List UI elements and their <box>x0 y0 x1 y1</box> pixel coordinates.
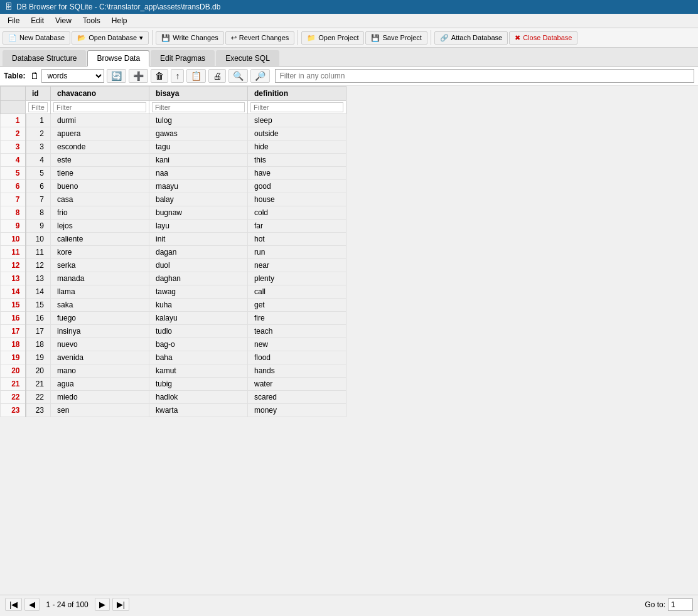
menu-view[interactable]: View <box>50 15 77 26</box>
cell-bisaya: kwarta <box>149 404 248 417</box>
dropdown-arrow: ▾ <box>139 34 143 42</box>
table-row[interactable]: 14 14 llama tawag call <box>1 285 346 299</box>
cell-id: 7 <box>26 193 51 206</box>
table-row[interactable]: 5 5 tiene naa have <box>1 167 346 180</box>
table-row[interactable]: 15 15 saka kuha get <box>1 299 346 312</box>
table-body: 1 1 durmi tulog sleep 2 2 apuera gawas o… <box>1 114 346 417</box>
last-page-button[interactable]: ▶| <box>112 598 129 611</box>
filter-bisaya[interactable] <box>152 102 245 112</box>
table-row[interactable]: 3 3 esconde tagu hide <box>1 141 346 154</box>
cell-bisaya: hadlok <box>149 391 248 404</box>
table-label: Table: <box>4 72 25 80</box>
table-row[interactable]: 23 23 sen kwarta money <box>1 404 346 417</box>
row-number: 12 <box>1 259 26 272</box>
delete-row-button[interactable]: 🗑 <box>151 69 168 83</box>
table-row[interactable]: 11 11 kore dagan run <box>1 246 346 259</box>
cell-chavacano: frio <box>51 206 149 220</box>
close-database-button[interactable]: ✖ Close Database <box>509 31 577 45</box>
move-up-button[interactable]: ↑ <box>171 69 184 83</box>
menu-help[interactable]: Help <box>107 15 132 26</box>
row-number: 4 <box>1 154 26 167</box>
next-page-button[interactable]: ▶ <box>95 598 110 611</box>
table-row[interactable]: 8 8 frio bugnaw cold <box>1 206 346 220</box>
table-row[interactable]: 16 16 fuego kalayu fire <box>1 312 346 325</box>
copy-button[interactable]: 📋 <box>186 69 206 83</box>
prev-page-button[interactable]: ◀ <box>24 598 40 611</box>
table-row[interactable]: 18 18 nuevo bag-o new <box>1 338 346 351</box>
filter-id-cell <box>26 101 51 114</box>
column-header-row: id chavacano bisaya definition <box>1 87 346 101</box>
cell-bisaya: bag-o <box>149 338 248 351</box>
row-number: 15 <box>1 299 26 312</box>
attach-db-icon: 🔗 <box>440 34 449 42</box>
goto-input[interactable] <box>668 598 693 611</box>
row-number: 7 <box>1 193 26 206</box>
save-project-button[interactable]: 💾 Save Project <box>365 31 427 45</box>
table-row[interactable]: 7 7 casa balay house <box>1 193 346 206</box>
cell-bisaya: dagan <box>149 246 248 259</box>
add-row-button[interactable]: ➕ <box>129 69 148 83</box>
app-icon: 🗄 <box>5 3 13 11</box>
page-info: 1 - 24 of 100 <box>42 600 92 609</box>
cell-chavacano: kore <box>51 246 149 259</box>
cell-definition: outside <box>248 127 346 141</box>
row-number: 2 <box>1 127 26 141</box>
table-row[interactable]: 6 6 bueno maayu good <box>1 180 346 193</box>
revert-changes-button[interactable]: ↩ Revert Changes <box>225 31 295 45</box>
cell-id: 6 <box>26 180 51 193</box>
cell-bisaya: daghan <box>149 272 248 285</box>
open-project-button[interactable]: 📁 Open Project <box>301 31 364 45</box>
filter-input[interactable] <box>275 69 694 83</box>
tab-browse-data[interactable]: Browse Data <box>87 50 149 66</box>
cell-chavacano: durmi <box>51 114 149 127</box>
table-row[interactable]: 20 20 mano kamut hands <box>1 364 346 378</box>
cell-bisaya: tawag <box>149 285 248 299</box>
cell-chavacano: casa <box>51 193 149 206</box>
footer: |◀ ◀ 1 - 24 of 100 ▶ ▶| Go to: <box>0 595 698 613</box>
new-database-button[interactable]: 📄 New Database <box>3 31 70 45</box>
menu-file[interactable]: File <box>3 15 24 26</box>
write-changes-button[interactable]: 💾 Write Changes <box>156 31 224 45</box>
col-header-bisaya: bisaya <box>149 87 248 101</box>
table-row[interactable]: 21 21 agua tubig water <box>1 378 346 391</box>
filter-id[interactable] <box>28 102 48 112</box>
cell-id: 17 <box>26 325 51 338</box>
cell-bisaya: balay <box>149 193 248 206</box>
table-row[interactable]: 19 19 avenida baha flood <box>1 351 346 364</box>
table-row[interactable]: 22 22 miedo hadlok scared <box>1 391 346 404</box>
refresh-button[interactable]: 🔄 <box>107 69 126 83</box>
first-page-button[interactable]: |◀ <box>5 598 22 611</box>
table-row[interactable]: 1 1 durmi tulog sleep <box>1 114 346 127</box>
cell-bisaya: naa <box>149 167 248 180</box>
revert-changes-icon: ↩ <box>231 34 237 42</box>
row-number: 3 <box>1 141 26 154</box>
table-row[interactable]: 13 13 manada daghan plenty <box>1 272 346 285</box>
cell-bisaya: kalayu <box>149 312 248 325</box>
filter-chavacano-cell <box>51 101 149 114</box>
table-row[interactable]: 12 12 serka duol near <box>1 259 346 272</box>
cell-chavacano: sen <box>51 404 149 417</box>
open-database-button[interactable]: 📂 Open Database ▾ <box>72 31 149 45</box>
print-button[interactable]: 🖨 <box>208 69 226 83</box>
filter-definition[interactable] <box>250 102 343 112</box>
cell-id: 21 <box>26 378 51 391</box>
menu-tools[interactable]: Tools <box>78 15 105 26</box>
search-button[interactable]: 🔍 <box>228 69 248 83</box>
filter-chavacano[interactable] <box>53 102 146 112</box>
table-row[interactable]: 4 4 este kani this <box>1 154 346 167</box>
tab-edit-pragmas[interactable]: Edit Pragmas <box>151 50 215 66</box>
cell-chavacano: avenida <box>51 351 149 364</box>
filter-button[interactable]: 🔎 <box>250 69 270 83</box>
attach-database-button[interactable]: 🔗 Attach Database <box>434 31 508 45</box>
menu-edit[interactable]: Edit <box>26 15 49 26</box>
table-row[interactable]: 9 9 lejos layu far <box>1 220 346 233</box>
table-select[interactable]: words <box>41 69 104 83</box>
tab-execute-sql[interactable]: Execute SQL <box>216 50 279 66</box>
table-row[interactable]: 2 2 apuera gawas outside <box>1 127 346 141</box>
toolbar-separator-2 <box>298 30 298 45</box>
table-row[interactable]: 10 10 caliente init hot <box>1 233 346 246</box>
table-row[interactable]: 17 17 insinya tudlo teach <box>1 325 346 338</box>
cell-chavacano: manada <box>51 272 149 285</box>
tab-database-structure[interactable]: Database Structure <box>3 50 86 66</box>
row-number: 1 <box>1 114 26 127</box>
